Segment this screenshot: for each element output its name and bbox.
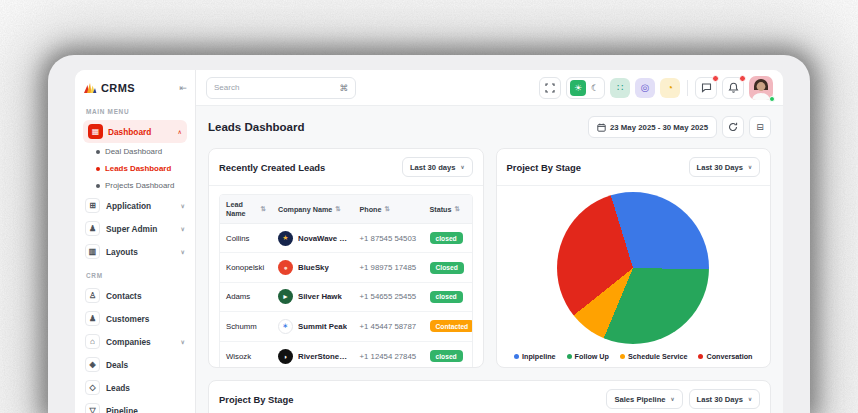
- project-by-stage-bottom-card: Project By Stage Sales Pipeline∨Last 30 …: [208, 380, 771, 413]
- target-button[interactable]: ◎: [635, 78, 655, 98]
- main-menu-label: MAIN MENU: [86, 108, 184, 115]
- page-content: Leads Dashboard 23 May 2025 - 30 May 202…: [196, 106, 783, 413]
- sidebar-item-contacts[interactable]: ♙Contacts: [83, 284, 187, 307]
- sidebar-item-pipeline[interactable]: ▽Pipeline: [83, 399, 187, 413]
- sidebar-item-dashboard[interactable]: ▦ Dashboard ∧: [83, 120, 187, 143]
- column-header-status[interactable]: Status⇅: [424, 195, 472, 223]
- calendar-icon: [597, 123, 606, 132]
- sidebar-subitem-deal-dashboard[interactable]: Deal Dashboard: [83, 143, 187, 160]
- search-input[interactable]: [214, 83, 336, 92]
- dark-mode-icon[interactable]: ☾: [589, 83, 601, 93]
- chevron-up-icon: ∧: [178, 128, 182, 135]
- sidebar-item-label: Layouts: [106, 247, 138, 257]
- sidebar-item-layouts[interactable]: ▥Layouts∨: [83, 240, 187, 263]
- chevron-down-icon: ∨: [748, 396, 752, 402]
- column-label: Status: [430, 205, 452, 214]
- sort-icon: ⇅: [261, 205, 266, 213]
- phone-cell: +1 12454 27845: [354, 352, 424, 361]
- clock-icon: ◔: [667, 82, 673, 93]
- sidebar-item-label: Contacts: [106, 291, 142, 301]
- chat-icon: [701, 82, 712, 93]
- column-header-phone[interactable]: Phone⇅: [354, 195, 424, 223]
- sidebar-subitem-label: Deal Dashboard: [105, 147, 162, 156]
- chevron-down-icon: ∨: [181, 225, 185, 232]
- sidebar-subitem-projects-dashboard[interactable]: Projects Dashboard: [83, 177, 187, 194]
- company-logo-riverstone-ltd: ◗: [278, 349, 293, 364]
- sidebar-item-label: Deals: [106, 360, 128, 370]
- status-cell: closed: [424, 232, 472, 244]
- bell-icon: [728, 82, 739, 93]
- sidebar-item-label: Dashboard: [108, 127, 173, 137]
- device-frame: CRMS ⇤ MAIN MENU ▦ Dashboard ∧ Deal Dash…: [48, 55, 810, 413]
- legend-item-schedule-service: Schedule Service: [620, 352, 688, 361]
- chevron-down-icon: ∨: [671, 396, 675, 402]
- companies-icon: ⌂: [85, 334, 100, 349]
- legend-label: Schedule Service: [628, 352, 688, 361]
- status-badge: closed: [430, 291, 463, 303]
- theme-toggle[interactable]: ☀ ☾: [566, 77, 605, 99]
- sidebar-item-super-admin[interactable]: ♟Super Admin∨: [83, 217, 187, 240]
- column-header-company-name[interactable]: Company Name⇅: [272, 195, 354, 223]
- sidebar-item-application[interactable]: ⊞Application∨: [83, 194, 187, 217]
- bullet-icon: [96, 167, 100, 171]
- table-row[interactable]: Adams►Silver Hawk+1 54655 25455closed: [220, 283, 472, 312]
- lead-name-cell: Wisozk: [220, 352, 272, 361]
- sort-icon: ⇅: [335, 205, 340, 213]
- refresh-button[interactable]: [722, 116, 744, 138]
- messages-button[interactable]: [695, 77, 717, 99]
- sidebar-item-label: Application: [106, 201, 151, 211]
- table-header-row: Lead Name⇅Company Name⇅Phone⇅Status⇅: [220, 195, 472, 224]
- company-cell: ◗RiverStone Ltd: [272, 349, 354, 364]
- sidebar-subitem-leads-dashboard[interactable]: Leads Dashboard: [83, 160, 187, 177]
- company-name: RiverStone Ltd: [298, 352, 348, 361]
- stage-filter-select[interactable]: Last 30 Days ∨: [689, 157, 760, 177]
- card-title: Recently Created Leads: [219, 162, 325, 173]
- lead-name-cell: Schumm: [220, 322, 272, 331]
- bottom-filter-select-sales-pipeline[interactable]: Sales Pipeline∨: [606, 389, 682, 409]
- notifications-button[interactable]: [722, 77, 744, 99]
- fullscreen-button[interactable]: [539, 77, 561, 99]
- search-box[interactable]: ⌘: [206, 77, 356, 99]
- table-row[interactable]: Wisozk◗RiverStone Ltd+1 12454 27845close…: [220, 342, 472, 368]
- light-mode-icon[interactable]: ☀: [570, 80, 586, 96]
- sidebar-item-label: Pipeline: [106, 406, 138, 413]
- user-avatar[interactable]: [749, 76, 773, 100]
- status-cell: Contacted: [424, 320, 472, 332]
- select-value: Last 30 Days: [697, 395, 743, 404]
- collapse-icon: ⊟: [756, 122, 764, 132]
- recently-created-leads-card: Recently Created Leads Last 30 days ∨ Le…: [208, 148, 484, 368]
- pipeline-icon: ▽: [85, 403, 100, 413]
- notification-badge: [739, 75, 746, 82]
- sidebar-item-companies[interactable]: ⌂Companies∨: [83, 330, 187, 353]
- history-button[interactable]: ◔: [660, 78, 680, 98]
- select-value: Last 30 Days: [697, 163, 743, 172]
- sidebar-item-leads[interactable]: ◇Leads: [83, 376, 187, 399]
- apps-button[interactable]: ∷: [610, 78, 630, 98]
- column-header-lead-name[interactable]: Lead Name⇅: [220, 195, 272, 223]
- sidebar-item-deals[interactable]: ◈Deals: [83, 353, 187, 376]
- sidebar-item-customers[interactable]: ♟Customers: [83, 307, 187, 330]
- sidebar-subitem-label: Projects Dashboard: [105, 181, 174, 190]
- leads-filter-select[interactable]: Last 30 days ∨: [402, 157, 473, 177]
- company-name: Summit Peak: [298, 322, 347, 331]
- select-value: Last 30 days: [410, 163, 456, 172]
- legend-dot-icon: [620, 354, 625, 359]
- app-title: CRMS: [101, 82, 135, 94]
- table-row[interactable]: Collins★NovaWave LLC+1 87545 54503closed: [220, 224, 472, 253]
- legend-item-conversation: Conversation: [698, 352, 752, 361]
- card-title: Project By Stage: [507, 162, 582, 173]
- legend-dot-icon: [567, 354, 572, 359]
- bottom-filter-select-last-30-days[interactable]: Last 30 Days∨: [689, 389, 760, 409]
- crm-section-label: CRM: [86, 272, 184, 279]
- sidebar-item-label: Leads: [106, 383, 130, 393]
- date-range-picker[interactable]: 23 May 2025 - 30 May 2025: [588, 116, 717, 138]
- table-row[interactable]: Schumm∗Summit Peak+1 45447 58787Contacte…: [220, 312, 472, 341]
- column-label: Lead Name: [226, 200, 258, 218]
- divider: [687, 80, 688, 96]
- sort-icon: ⇅: [454, 205, 459, 213]
- table-row[interactable]: Konopelski●BlueSky+1 98975 17485Closed: [220, 253, 472, 282]
- sidebar-collapse-icon[interactable]: ⇤: [179, 83, 187, 93]
- collapse-header-button[interactable]: ⊟: [749, 116, 771, 138]
- dashboard-submenu: Deal DashboardLeads DashboardProjects Da…: [83, 143, 187, 194]
- phone-cell: +1 87545 54503: [354, 234, 424, 243]
